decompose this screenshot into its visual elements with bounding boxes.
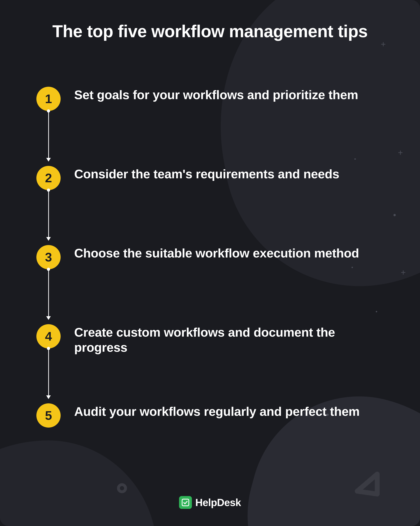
step-badge-column: 1 — [34, 87, 63, 166]
step-number-badge: 4 — [36, 324, 61, 348]
helpdesk-logo-icon — [179, 496, 192, 509]
brand-footer: HelpDesk — [0, 496, 420, 509]
step-text: Audit your workflows regularly and perfe… — [63, 403, 386, 419]
step-badge-column: 5 — [34, 403, 63, 428]
connector-line — [48, 350, 49, 396]
step-number-badge: 5 — [36, 403, 61, 428]
connector-line — [48, 271, 49, 316]
triangle-icon — [351, 468, 383, 497]
step-item: 2 Consider the team's requirements and n… — [34, 166, 386, 245]
step-list: 1 Set goals for your workflows and prior… — [34, 87, 386, 428]
arrow-down-icon — [46, 316, 51, 320]
connector-dot-icon — [47, 347, 50, 350]
step-number-badge: 1 — [36, 87, 61, 111]
connector-dot-icon — [47, 189, 50, 192]
step-badge-column: 4 — [34, 324, 63, 403]
infographic-card: + + + The top five workflow management t… — [0, 0, 420, 526]
ring-icon — [117, 483, 127, 493]
step-badge-column: 2 — [34, 166, 63, 245]
connector-line — [48, 112, 49, 158]
step-number-badge: 2 — [36, 166, 61, 190]
brand-name: HelpDesk — [195, 497, 241, 508]
step-item: 3 Choose the suitable workflow execution… — [34, 245, 386, 324]
step-text: Choose the suitable workflow execution m… — [63, 245, 386, 261]
connector-dot-icon — [47, 268, 50, 271]
step-item: 5 Audit your workflows regularly and per… — [34, 403, 386, 428]
step-text: Consider the team's requirements and nee… — [63, 166, 386, 182]
step-number-badge: 3 — [36, 245, 61, 269]
arrow-down-icon — [46, 158, 51, 162]
step-badge-column: 3 — [34, 245, 63, 324]
decorative-blob — [0, 440, 157, 526]
page-title: The top five workflow management tips — [34, 21, 386, 41]
arrow-down-icon — [46, 395, 51, 399]
step-text: Set goals for your workflows and priorit… — [63, 87, 386, 102]
arrow-down-icon — [46, 237, 51, 241]
svg-rect-0 — [182, 499, 189, 506]
connector-line — [48, 192, 49, 237]
content: The top five workflow management tips 1 … — [0, 0, 420, 428]
step-text: Create custom workflows and document the… — [63, 324, 386, 355]
step-item: 1 Set goals for your workflows and prior… — [34, 87, 386, 166]
connector-dot-icon — [47, 109, 50, 112]
step-item: 4 Create custom workflows and document t… — [34, 324, 386, 403]
